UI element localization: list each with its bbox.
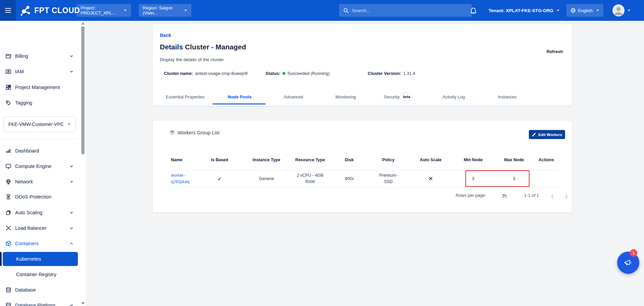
tab-security[interactable]: Security: [384, 89, 400, 104]
tab-monitoring[interactable]: Monitoring: [335, 89, 356, 104]
sidebar-item-compute-engine[interactable]: Compute Engine: [0, 161, 79, 171]
scrollbar-up-arrow[interactable]: [81, 22, 85, 25]
rows-per-page-label: Rows per page:: [456, 193, 486, 198]
sidebar-item-kubernetes[interactable]: Kubernetes: [3, 252, 78, 266]
cell-policy: Premium-SSD: [368, 172, 409, 185]
cell-disk: 40Gi: [331, 176, 368, 181]
sidebar-item-billing[interactable]: Billing: [0, 51, 79, 61]
chevron-down-icon: [502, 193, 505, 197]
database-platform-icon: [5, 302, 11, 306]
notification-count-badge: 1: [630, 249, 637, 257]
cluster-status-group: Status: Succeeded (Running): [266, 71, 330, 76]
vpc-selector[interactable]: FKE-VMW-Customer-VPC: [3, 117, 76, 132]
worker-name-link[interactable]: worker-q262pkaq: [171, 172, 192, 185]
chevron-down-icon: [627, 9, 631, 12]
cell-max-node: 3: [494, 176, 534, 181]
ddos-protection-icon: [5, 194, 11, 200]
sidebar-item-label: Database Platform: [15, 303, 55, 306]
cell-min-node: 3: [452, 176, 494, 181]
chevron-down-icon: [67, 123, 71, 126]
brand-name: FPT CLOUD: [34, 6, 80, 15]
tab-node-pools[interactable]: Node Pools: [228, 89, 252, 104]
auto-scaling-icon: [5, 210, 11, 216]
chevron-down-icon: [69, 179, 74, 184]
cell-name: worker-q262pkaq: [166, 172, 196, 185]
containers-icon: [5, 241, 11, 247]
col-header-min-node: Min Node: [452, 158, 494, 162]
sidebar-item-load-balancer[interactable]: Load Balancer: [0, 223, 79, 233]
sidebar-item-containers[interactable]: Containers: [0, 238, 79, 249]
megaphone-icon: [623, 258, 633, 268]
col-header-name: Name: [166, 158, 196, 162]
chevron-down-icon: [69, 210, 74, 215]
sidebar-item-label: Network: [15, 179, 33, 184]
active-item-indicator: [0, 252, 2, 266]
sidebar-item-network[interactable]: Network: [0, 177, 79, 187]
sidebar-item-database[interactable]: Database: [0, 285, 79, 295]
page-title: Details Cluster - Managed: [160, 43, 246, 51]
scrollbar-down-arrow[interactable]: [81, 302, 85, 305]
sidebar-item-label: Billing: [15, 53, 28, 59]
user-menu[interactable]: [612, 0, 631, 21]
col-header-resource-type: Resource Type: [289, 158, 331, 162]
refresh-button[interactable]: Refresh: [547, 49, 563, 54]
sidebar-item-database-platform[interactable]: Database Platform: [0, 300, 79, 306]
region-selector[interactable]: Region: Saigon (Vietn...: [139, 4, 191, 17]
tab-instances[interactable]: Instances: [498, 89, 517, 104]
language-label: English: [578, 8, 593, 13]
tab-essential-properties[interactable]: Essential Properties: [166, 89, 205, 104]
sidebar-item-ddos-protection[interactable]: DDoS Protection: [0, 192, 79, 202]
previous-page-icon[interactable]: [549, 193, 556, 200]
cluster-name-group: Cluster name: antest-usage-cmp-8uwejri9: [164, 71, 248, 76]
fpt-cloud-molecule-icon: [19, 4, 32, 16]
main-content: Back Details Cluster - Managed Display t…: [86, 21, 644, 306]
database-icon: [5, 287, 11, 293]
project-selector[interactable]: Project: PROJECT_XPL...: [77, 4, 131, 17]
iam-icon: [5, 69, 11, 75]
chevron-down-icon: [69, 226, 74, 230]
scrollbar-thumb[interactable]: [81, 26, 85, 155]
chevron-down-icon: [69, 69, 74, 74]
language-selector[interactable]: English: [566, 4, 603, 17]
search-input[interactable]: [352, 8, 468, 13]
version-value: 1.31.4: [403, 71, 415, 76]
sidebar-item-project-management[interactable]: Project Management: [0, 82, 79, 92]
pagination-range: 1-1 of 1: [524, 193, 539, 198]
status-green-dot: [282, 72, 285, 75]
cluster-name-label: Cluster name:: [164, 71, 193, 76]
sidebar-item-container-registry[interactable]: Container Registry: [0, 269, 79, 279]
cell-is-based-check: ✓: [196, 176, 243, 182]
tab-activity-log[interactable]: Activity Log: [443, 89, 465, 104]
col-header-is-based: Is Based: [196, 158, 243, 162]
section-title: Workers Group List: [178, 130, 220, 135]
chevron-down-icon: [69, 164, 74, 169]
next-page-icon[interactable]: [562, 193, 570, 200]
sidebar-item-auto-scaling[interactable]: Auto Scaling: [0, 208, 79, 218]
notification-bell-icon[interactable]: [469, 6, 477, 14]
tab-advanced[interactable]: Advanced: [284, 89, 303, 104]
edit-workers-button[interactable]: Edit Workers: [529, 130, 565, 139]
sidebar-item-label: IAM: [15, 69, 24, 74]
globe-icon: [570, 8, 576, 13]
global-search: [339, 4, 472, 17]
back-link[interactable]: Back: [160, 33, 171, 38]
cluster-tabs: Essential Properties Node Pools Advanced…: [153, 89, 572, 104]
sidebar-item-dashboard[interactable]: Dashboard: [0, 146, 79, 156]
cluster-version-group: Cluster Version: 1.31.4: [368, 71, 415, 76]
col-header-policy: Policy: [368, 158, 409, 162]
tenant-selector[interactable]: Tenant: XPLAT-FKE-STG-ORG: [489, 0, 560, 21]
active-tab-underline: [213, 103, 266, 104]
cell-resource-type: 2 vCPU - 4GB RAM: [289, 172, 331, 185]
sidebar-item-label: Project Management: [15, 85, 60, 90]
sidebar-item-tagging[interactable]: Tagging: [0, 98, 79, 108]
col-header-disk: Disk: [331, 158, 368, 162]
hamburger-menu-button[interactable]: [0, 0, 16, 21]
col-header-instance-type: Instance Type: [243, 158, 289, 162]
status-value: Succeeded (Running): [287, 71, 330, 76]
tenant-label: Tenant: XPLAT-FKE-STG-ORG: [489, 8, 553, 13]
sidebar-item-iam[interactable]: IAM: [0, 67, 79, 77]
version-label: Cluster Version:: [368, 71, 401, 76]
sidebar-item-label: Container Registry: [16, 272, 56, 277]
sidebar-item-label: Kubernetes: [16, 256, 41, 262]
sidebar-scrollbar[interactable]: [81, 21, 85, 306]
